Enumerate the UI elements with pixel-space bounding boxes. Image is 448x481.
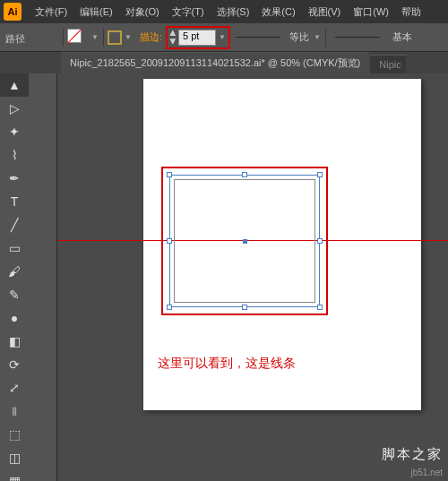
type-tool[interactable]: T xyxy=(0,190,29,213)
canvas-area[interactable]: 这里可以看到，这是线条 xyxy=(57,73,448,481)
fill-dropdown-icon[interactable]: ▼ xyxy=(90,33,99,42)
control-toolbar: ▼ ▼ 描边: ⯅⯆ 5 pt ▼ 等比 ▼ 基本 xyxy=(0,23,448,52)
brush-label: 基本 xyxy=(392,30,412,44)
scale-tool[interactable]: ⤢ xyxy=(0,376,29,399)
menu-effect[interactable]: 效果(C) xyxy=(255,5,301,19)
selection-handle[interactable] xyxy=(167,172,172,177)
profile-label: 等比 xyxy=(289,30,309,44)
stroke-weight-dropdown-icon[interactable]: ▼ xyxy=(218,33,227,42)
stroke-weight-input[interactable]: 5 pt xyxy=(178,30,216,46)
selection-handle[interactable] xyxy=(317,172,323,177)
blob-brush-tool[interactable]: ● xyxy=(0,306,29,330)
menu-file[interactable]: 文件(F) xyxy=(29,5,73,19)
profile-preview[interactable] xyxy=(236,37,280,38)
stroke-dropdown-icon[interactable]: ▼ xyxy=(124,33,133,42)
magic-wand-tool[interactable]: ✦ xyxy=(0,120,29,143)
width-tool[interactable]: ⫴ xyxy=(0,399,29,423)
pencil-tool[interactable]: ✎ xyxy=(0,283,29,306)
menu-window[interactable]: 窗口(W) xyxy=(347,5,395,19)
tools-panel: ▲▷✦⌇✒T╱▭🖌✎●◧⟳⤢⫴⬚◫▦▤◐✐⎌✲▥▢✂✋🔍 xyxy=(0,73,57,481)
profile-dropdown-icon[interactable]: ▼ xyxy=(313,33,322,42)
tab-inactive[interactable]: Nipic xyxy=(370,55,406,73)
stroke-weight-highlight: ⯅⯆ 5 pt ▼ xyxy=(166,26,230,49)
perspective-tool[interactable]: ▦ xyxy=(0,469,29,481)
line-tool[interactable]: ╱ xyxy=(0,213,29,236)
free-transform-tool[interactable]: ⬚ xyxy=(0,423,29,446)
app-logo: Ai xyxy=(4,3,22,21)
document-tabbar: Nipic_2182565_20091209113114021532.ai* @… xyxy=(0,52,448,73)
menu-view[interactable]: 视图(V) xyxy=(302,5,348,19)
pen-tool[interactable]: ✒ xyxy=(0,167,29,190)
direct-selection-tool[interactable]: ▷ xyxy=(0,97,29,120)
rotate-tool[interactable]: ⟳ xyxy=(0,353,29,376)
menu-help[interactable]: 帮助 xyxy=(395,5,427,19)
menu-object[interactable]: 对象(O) xyxy=(119,5,166,19)
menubar: Ai 文件(F) 编辑(E) 对象(O) 文字(T) 选择(S) 效果(C) 视… xyxy=(0,0,448,23)
brush-preview[interactable] xyxy=(335,37,380,38)
workspace: ▲▷✦⌇✒T╱▭🖌✎●◧⟳⤢⫴⬚◫▦▤◐✐⎌✲▥▢✂✋🔍 这里可以看到，这是线条 xyxy=(0,73,448,481)
selection-handle[interactable] xyxy=(317,305,323,310)
selection-center-icon xyxy=(243,239,247,244)
stepper-icon[interactable]: ⯅⯆ xyxy=(169,30,177,46)
selection-handle[interactable] xyxy=(242,305,247,310)
annotation-text: 这里可以看到，这是线条 xyxy=(158,356,296,372)
stroke-swatch[interactable] xyxy=(108,30,122,45)
selection-tool[interactable]: ▲ xyxy=(0,73,29,97)
selection-handle[interactable] xyxy=(167,305,172,310)
paintbrush-tool[interactable]: 🖌 xyxy=(0,260,29,283)
menu-select[interactable]: 选择(S) xyxy=(211,5,256,19)
watermark: jb51.net xyxy=(410,468,443,477)
lasso-tool[interactable]: ⌇ xyxy=(0,143,29,167)
menu-edit[interactable]: 编辑(E) xyxy=(73,5,119,19)
menu-type[interactable]: 文字(T) xyxy=(166,5,211,19)
stroke-label: 描边: xyxy=(140,30,162,44)
tab-active[interactable]: Nipic_2182565_20091209113114021532.ai* @… xyxy=(61,52,369,73)
selection-handle[interactable] xyxy=(242,172,247,177)
selection-handle[interactable] xyxy=(317,238,323,244)
fill-swatch[interactable] xyxy=(67,29,89,47)
control-label: 路径 xyxy=(5,32,25,46)
footer-branding: 脚本之家 xyxy=(382,446,443,463)
shape-builder-tool[interactable]: ◫ xyxy=(0,446,29,469)
selection-handle[interactable] xyxy=(167,238,172,244)
rectangle-tool[interactable]: ▭ xyxy=(0,236,29,260)
eraser-tool[interactable]: ◧ xyxy=(0,330,29,353)
